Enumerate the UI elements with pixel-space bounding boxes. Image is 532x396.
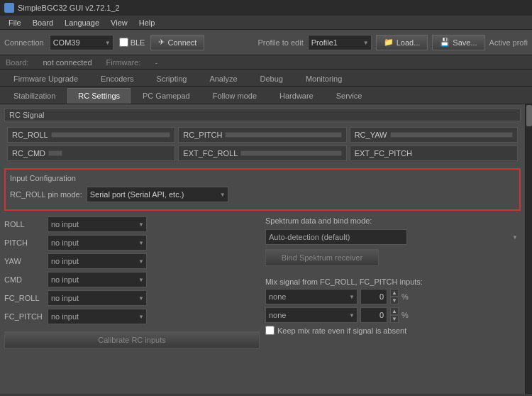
- active-profile-label: Active profi: [489, 38, 528, 47]
- roll-select-wrap[interactable]: no input: [48, 216, 147, 232]
- profile-select[interactable]: Profile1: [308, 35, 372, 50]
- roll-select[interactable]: no input: [48, 216, 147, 232]
- menu-file[interactable]: File: [3, 18, 27, 28]
- ble-checkbox[interactable]: [119, 38, 128, 47]
- menu-view[interactable]: View: [105, 18, 133, 28]
- menu-help[interactable]: Help: [133, 18, 161, 28]
- mix-spin-down-1[interactable]: ▼: [390, 297, 399, 304]
- tab-firmware-upgrade[interactable]: Firmware Upgrade: [3, 71, 89, 86]
- tab-debug[interactable]: Debug: [250, 71, 294, 86]
- pitch-select[interactable]: no input: [48, 235, 147, 251]
- fc-pitch-label: FC_PITCH: [4, 312, 43, 321]
- scrollbar-thumb[interactable]: [526, 105, 532, 126]
- rc-yaw-bar: [390, 132, 513, 138]
- calibrate-button[interactable]: Calibrate RC inputs: [4, 331, 260, 348]
- mix-spin-1[interactable]: ▲ ▼: [390, 289, 399, 304]
- load-button[interactable]: 📁 Load...: [376, 35, 428, 50]
- mix-row-2: none ▲ ▼ %: [265, 307, 521, 323]
- keep-mix-checkbox[interactable]: [265, 326, 275, 335]
- tab-encoders[interactable]: Encoders: [90, 71, 144, 86]
- tab-scripting[interactable]: Scripting: [146, 71, 198, 86]
- rc-pitch-signal: RC_PITCH: [178, 127, 346, 143]
- mix-select-2[interactable]: none: [265, 307, 358, 323]
- yaw-select-wrap[interactable]: no input: [48, 253, 147, 269]
- roll-label: ROLL: [4, 220, 43, 229]
- fc-pitch-select-wrap[interactable]: no input: [48, 309, 147, 324]
- spektrum-select-wrap[interactable]: Auto-detection (default): [265, 229, 521, 245]
- spektrum-section: Spektrum data and bind mode: Auto-detect…: [265, 216, 521, 348]
- profile-select-wrap[interactable]: Profile1: [308, 35, 372, 50]
- fc-pitch-input-row: FC_PITCH no input: [4, 309, 260, 324]
- tab-stabilization[interactable]: Stabilization: [3, 88, 66, 104]
- main-scrollbar[interactable]: [525, 104, 532, 394]
- ext-fc-pitch-signal: EXT_FC_PITCH: [350, 145, 518, 161]
- connect-icon: ✈: [158, 38, 165, 47]
- input-config-header: Input Configuration: [10, 174, 515, 182]
- mix-num-1[interactable]: [360, 289, 387, 304]
- board-info-bar: Board: not connected Firmware: -: [0, 55, 532, 70]
- rc-signal-section: RC Signal RC_ROLL RC_PITCH RC_YAW RC_CMD: [4, 109, 521, 163]
- tab-monitoring[interactable]: Monitoring: [295, 71, 353, 86]
- cmd-select[interactable]: no input: [48, 272, 147, 287]
- mix-spin-down-2[interactable]: ▼: [390, 315, 399, 323]
- mix-spin-up-1[interactable]: ▲: [390, 289, 399, 297]
- mix-select-1-wrap[interactable]: none: [265, 289, 358, 304]
- keep-mix-row: Keep mix rate even if signal is absent: [265, 326, 521, 335]
- menu-board[interactable]: Board: [27, 18, 59, 28]
- menu-language[interactable]: Language: [59, 18, 105, 28]
- com-port-select[interactable]: COM39: [50, 35, 113, 50]
- mix-num-2[interactable]: [360, 307, 387, 323]
- tab-analyze[interactable]: Analyze: [199, 71, 248, 86]
- tab-rc-settings[interactable]: RC Settings: [67, 88, 131, 104]
- pitch-select-wrap[interactable]: no input: [48, 235, 147, 251]
- rc-roll-pin-select-wrap[interactable]: Serial port (Serial API, etc.): [87, 187, 228, 202]
- profile-label: Profile to edit: [257, 38, 303, 47]
- rc-signal-header: RC Signal: [4, 109, 521, 121]
- mix-select-2-wrap[interactable]: none: [265, 307, 358, 323]
- connection-group: Connection: [4, 38, 44, 47]
- rc-roll-pin-row: RC_ROLL pin mode: Serial port (Serial AP…: [10, 187, 515, 202]
- mix-spin-2[interactable]: ▲ ▼: [390, 307, 399, 323]
- lower-section: ROLL no input PITCH no input: [4, 216, 521, 348]
- yaw-label: YAW: [4, 257, 43, 265]
- yaw-select[interactable]: no input: [48, 253, 147, 269]
- fc-roll-input-row: FC_ROLL no input: [4, 290, 260, 306]
- com-port-group: COM39: [50, 35, 113, 50]
- ext-fc-roll-signal: EXT_FC_ROLL: [178, 145, 346, 161]
- firmware-label: Firmware:: [106, 58, 141, 67]
- rc-roll-pin-label: RC_ROLL pin mode:: [10, 190, 82, 199]
- com-port-select-wrap[interactable]: COM39: [50, 35, 113, 50]
- ble-checkbox-label[interactable]: BLE: [119, 38, 145, 47]
- fc-roll-select[interactable]: no input: [48, 290, 147, 306]
- tab-hardware[interactable]: Hardware: [269, 88, 324, 104]
- mix-select-1[interactable]: none: [265, 289, 358, 304]
- board-label: Board:: [6, 58, 28, 67]
- save-button[interactable]: 💾 Save...: [432, 35, 484, 50]
- mix-pct-1: %: [401, 292, 409, 301]
- mix-spin-up-2[interactable]: ▲: [390, 307, 399, 315]
- fc-roll-select-wrap[interactable]: no input: [48, 290, 147, 306]
- bind-spektrum-button[interactable]: Bind Spektrum receiver: [265, 249, 379, 266]
- tab-service[interactable]: Service: [326, 88, 373, 104]
- tab-pc-gamepad[interactable]: PC Gamepad: [132, 88, 201, 104]
- board-value: not connected: [43, 58, 92, 67]
- fc-roll-label: FC_ROLL: [4, 294, 43, 302]
- tab-follow-mode[interactable]: Follow mode: [202, 88, 267, 104]
- fc-pitch-select[interactable]: no input: [48, 309, 147, 324]
- rc-roll-pin-select[interactable]: Serial port (Serial API, etc.): [87, 187, 228, 202]
- ble-label: BLE: [131, 38, 145, 47]
- connect-button[interactable]: ✈ Connect: [150, 35, 204, 50]
- yaw-input-row: YAW no input: [4, 253, 260, 269]
- load-icon: 📁: [384, 38, 394, 47]
- rc-cmd-signal: RC_CMD: [7, 145, 175, 161]
- toolbar: Connection COM39 BLE ✈ Connect Profile t…: [0, 30, 532, 55]
- cmd-select-wrap[interactable]: no input: [48, 272, 147, 287]
- rc-roll-bar: [51, 132, 171, 138]
- input-rows-left: ROLL no input PITCH no input: [4, 216, 260, 348]
- cmd-input-row: CMD no input: [4, 272, 260, 287]
- ext-fc-roll-bar: [240, 150, 341, 156]
- mix-signal-section: Mix signal from FC_ROLL, FC_PITCH inputs…: [265, 277, 521, 335]
- spektrum-label: Spektrum data and bind mode:: [265, 216, 521, 225]
- firmware-value: -: [155, 58, 157, 67]
- spektrum-select[interactable]: Auto-detection (default): [265, 229, 407, 245]
